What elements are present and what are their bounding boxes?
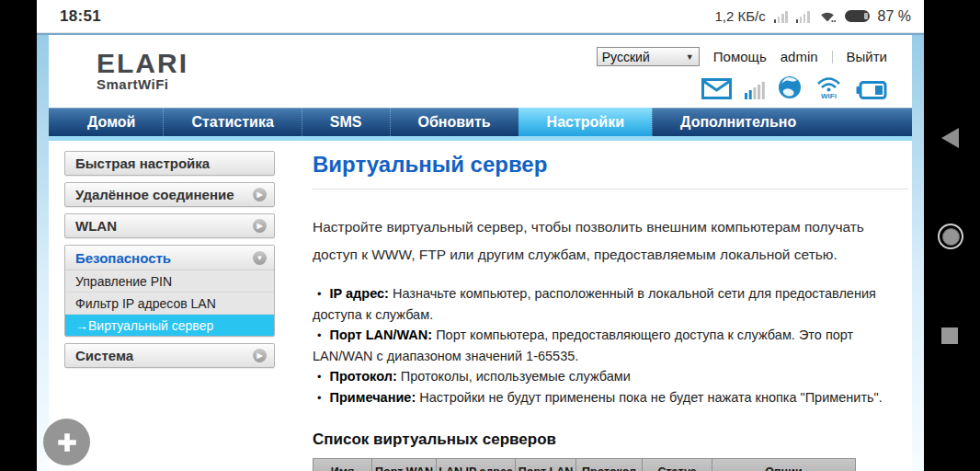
chevron-right-icon: ▶ [253,349,267,362]
virtual-server-list-title: Список виртуальных серверов [313,431,908,449]
logo-subtext: SmartWiFi [97,76,188,92]
bullet-icon: • [317,388,322,408]
col-status: Статус [643,458,712,471]
sidebar-item-label: WLAN [75,218,117,234]
chevron-down-icon: ▼ [686,52,694,62]
sidebar-subitem-label: →Виртуальный сервер [75,318,213,333]
col-name: Имя [313,458,372,471]
col-options: Опции [712,458,856,471]
logout-link[interactable]: Выйти [847,49,887,64]
logo-text: ELARI [97,51,188,76]
recents-icon[interactable] [941,327,958,344]
tab-advanced[interactable]: Дополнительно [652,108,824,136]
sidebar-item-system[interactable]: Система ▶ [64,343,275,368]
page-right-edge [912,35,924,471]
cell-signal-icon [774,10,788,23]
sidebar-item-quick-setup[interactable]: Быстрая настройка [64,151,275,176]
sidebar-item-remote-connection[interactable]: Удалённое соединение ▶ [64,182,275,207]
bullet-icon: • [317,284,322,304]
wifi-status-icon [818,9,837,24]
username: admin [781,49,818,64]
network-speed: 1,2 КБ/с [715,8,766,24]
notes-list: •IP адрес: Назначьте компьютер, располож… [313,283,906,408]
cell-signal2-icon [796,10,810,23]
clock: 18:51 [60,7,101,26]
sidebar-group-security: Безопасность ▼ Управление PIN Фильтр IP … [64,245,275,337]
bullet-icon: • [317,326,322,346]
main-content: Виртуальный сервер Настройте виртуальный… [313,152,908,471]
language-select[interactable]: Русский ▼ [597,47,700,66]
col-protocol: Протокол [576,458,643,471]
router-admin-page: ELARI SmartWiFi Русский ▼ Помощь admin В… [37,33,924,471]
sidebar-item-pin-management[interactable]: Управление PIN [65,270,274,293]
sidebar-subitem-label: Фильтр IP адресов LAN [75,296,216,311]
help-link[interactable]: Помощь [713,49,767,64]
note-protocol: •Протокол: Протоколы, используемые служб… [313,366,906,387]
virtual-server-table: Имя Порт WAN LAN IP адрес Порт LAN Прото… [313,458,856,471]
fullscreen-exit-button[interactable] [43,419,90,465]
mail-icon[interactable] [701,78,732,99]
note-ip-address: •IP адрес: Назначьте компьютер, располож… [313,283,906,325]
chevron-down-icon: ▼ [253,251,267,265]
bullet-icon: • [317,367,322,387]
tab-sms[interactable]: SMS [302,108,390,136]
col-lan-port: Порт LAN [516,458,576,471]
sidebar-item-label: Система [75,348,133,363]
signal-bars-icon [745,81,765,99]
intro-text: Настройте виртуальный сервер, чтобы позв… [313,213,901,269]
main-nav: Домой Статистика SMS Обновить Настройки … [49,108,912,136]
tab-statistics[interactable]: Статистика [163,108,301,136]
note-remark: •Примечание: Настройки не будут применен… [313,387,906,408]
fullscreen-exit-icon [55,431,79,454]
svg-text:WiFi: WiFi [821,92,837,99]
col-wan-port: Порт WAN [372,458,437,471]
battery-icon [856,81,887,99]
globe-icon[interactable] [778,75,802,99]
language-value: Русский [602,50,650,64]
tab-settings[interactable]: Настройки [518,108,652,136]
note-port-lan-wan: •Порт LAN/WAN: Порт компьютера, предоста… [313,325,906,366]
sidebar-item-security[interactable]: Безопасность ▼ [65,246,274,270]
wifi-icon[interactable]: WiFi [815,75,843,99]
settings-sidebar: Быстрая настройка Удалённое соединение ▶… [64,151,275,374]
elari-logo[interactable]: ELARI SmartWiFi [97,51,188,92]
sidebar-item-wlan[interactable]: WLAN ▶ [64,213,275,238]
battery-percent: 87 % [878,8,911,25]
sidebar-item-label: Быстрая настройка [75,155,210,171]
table-header-row: Имя Порт WAN LAN IP адрес Порт LAN Прото… [313,458,856,471]
chevron-right-icon: ▶ [253,219,267,233]
divider [832,51,833,63]
site-header: ELARI SmartWiFi Русский ▼ Помощь admin В… [49,35,912,108]
phone-left-bezel [0,0,37,471]
col-lan-ip: LAN IP адрес [437,458,516,471]
android-status-bar: 18:51 1,2 КБ/с 87 % [37,0,924,33]
sidebar-subitem-label: Управление PIN [75,274,172,289]
page-title: Виртуальный сервер [313,152,908,190]
sidebar-item-label: Безопасность [75,250,171,266]
battery-status-icon [845,10,870,22]
tab-home[interactable]: Домой [60,108,163,136]
sidebar-item-lan-ip-filter[interactable]: Фильтр IP адресов LAN [65,293,274,315]
chevron-right-icon: ▶ [253,188,267,201]
sidebar-item-virtual-server[interactable]: →Виртуальный сервер [65,315,274,336]
back-icon[interactable] [941,128,959,148]
android-nav-bar [924,0,980,471]
home-icon[interactable] [938,224,963,249]
page-left-edge [37,35,49,471]
sidebar-item-label: Удалённое соединение [75,187,234,202]
tab-update[interactable]: Обновить [390,108,518,136]
